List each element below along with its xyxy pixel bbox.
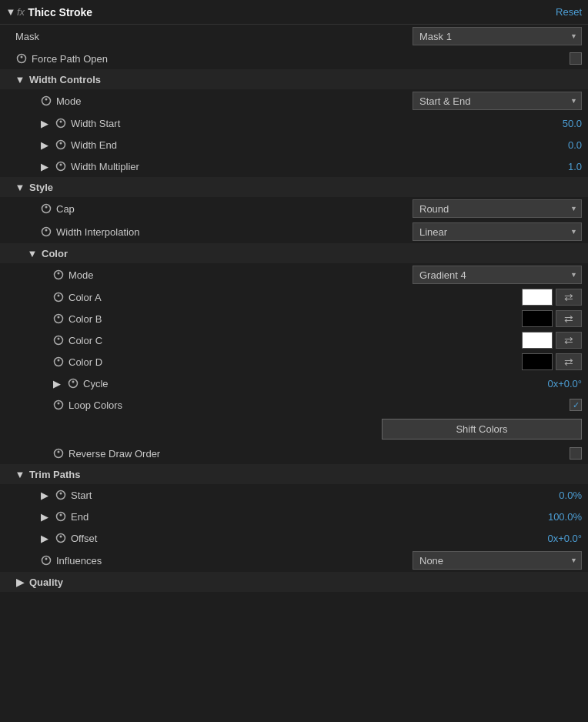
color-chevron[interactable]: ▼ [28,249,37,258]
trim-start-chevron[interactable]: ▶ [40,490,49,500]
loop-colors-icon [52,399,65,411]
mask-label: Mask [15,31,39,42]
color-b-icon [52,313,65,325]
reset-button[interactable]: Reset [556,6,582,18]
width-interp-icon [40,226,52,238]
color-d-link-btn[interactable]: ⇄ [556,353,582,370]
svg-point-36 [42,557,51,565]
loop-colors-checkbox[interactable] [570,399,582,411]
width-start-value[interactable]: 50.0 [563,118,582,129]
cap-icon [40,202,52,215]
force-path-open-icon [15,52,28,65]
trim-paths-section: ▼ Trim Paths [0,464,588,484]
color-b-row: Color B ⇄ [0,308,588,329]
trim-influences-row: Influences None [0,549,588,572]
trim-influences-label: Influences [56,555,102,567]
color-d-swatch[interactable] [522,353,553,370]
shift-colors-row: Shift Colors [0,416,588,443]
width-end-row: ▶ Width End 0.0 [0,134,588,155]
trim-paths-label: Trim Paths [29,469,80,480]
width-interpolation-label: Width Interpolation [56,226,139,238]
width-multiplier-value[interactable]: 1.0 [568,161,582,172]
svg-point-27 [58,403,60,405]
width-end-label: Width End [71,139,117,151]
width-multiplier-row: ▶ Width Multiplier 1.0 [0,155,588,177]
quality-chevron[interactable]: ▶ [15,577,25,587]
trim-paths-chevron[interactable]: ▼ [15,470,25,479]
svg-point-20 [55,336,63,345]
svg-point-8 [57,162,65,171]
trim-start-value[interactable]: 0.0% [559,490,582,501]
color-d-link-icon: ⇄ [564,356,573,368]
width-mode-dropdown-wrapper[interactable]: Start & End [413,92,582,110]
cap-dropdown[interactable]: Round [413,199,582,218]
effects-panel: ▼ fx Thicc Stroke Reset Mask Mask 1 [0,0,588,592]
color-d-label: Color D [68,356,102,368]
svg-point-13 [45,229,48,232]
svg-point-19 [58,316,60,319]
width-mode-dropdown[interactable]: Start & End [413,92,582,110]
width-multiplier-label: Width Multiplier [71,161,139,172]
svg-point-9 [60,164,62,166]
mask-dropdown[interactable]: Mask 1 [413,27,582,45]
cap-dropdown-wrapper[interactable]: Round [413,199,582,218]
cycle-chevron[interactable]: ▶ [52,379,62,388]
quality-label: Quality [29,577,63,588]
color-b-link-btn[interactable]: ⇄ [556,310,582,327]
trim-offset-label: Offset [71,533,97,544]
color-mode-dropdown[interactable]: Gradient 4 [413,266,582,284]
color-c-link-icon: ⇄ [564,334,573,346]
svg-point-32 [57,513,65,521]
influences-dropdown[interactable]: None [413,551,582,570]
color-mode-label: Mode [68,269,94,281]
color-b-swatch[interactable] [522,310,553,327]
width-end-chevron[interactable]: ▶ [40,140,49,149]
color-a-link-btn[interactable]: ⇄ [556,289,582,306]
force-path-open-checkbox[interactable] [570,52,582,65]
width-multiplier-chevron[interactable]: ▶ [40,162,49,171]
width-interp-dropdown-wrapper[interactable]: Linear [413,222,582,241]
color-c-swatches: ⇄ [522,332,582,349]
reverse-draw-order-checkbox[interactable] [570,447,582,460]
fx-collapse-chevron[interactable]: ▼ [6,8,15,17]
color-c-swatch[interactable] [522,332,553,349]
color-a-label: Color A [68,292,102,303]
color-c-link-btn[interactable]: ⇄ [556,332,582,349]
color-a-icon [52,291,65,303]
effect-title: Thicc Stroke [28,6,92,18]
style-section: ▼ Style [0,177,588,197]
influences-dropdown-wrapper[interactable]: None [413,551,582,570]
mask-dropdown-wrapper[interactable]: Mask 1 [413,27,582,45]
trim-offset-chevron[interactable]: ▶ [40,533,49,543]
color-a-swatches: ⇄ [522,289,582,306]
color-a-swatch[interactable] [522,289,553,306]
color-mode-dropdown-wrapper[interactable]: Gradient 4 [413,266,582,284]
trim-end-chevron[interactable]: ▶ [40,512,49,521]
color-d-swatches: ⇄ [522,353,582,370]
loop-colors-row: Loop Colors [0,394,588,416]
svg-point-26 [55,401,63,409]
trim-influences-icon [40,554,52,567]
style-chevron[interactable]: ▼ [15,182,25,192]
trim-end-label: End [71,511,89,523]
trim-offset-row: ▶ Offset 0x+0.0° [0,527,588,549]
svg-point-34 [57,534,65,543]
trim-end-icon [55,510,67,523]
shift-colors-button[interactable]: Shift Colors [382,419,582,440]
cap-label: Cap [56,203,75,215]
cap-row: Cap Round [0,197,588,220]
width-interpolation-dropdown[interactable]: Linear [413,222,582,241]
svg-point-0 [18,55,26,63]
width-controls-chevron[interactable]: ▼ [15,75,25,84]
width-end-icon [55,139,67,151]
cycle-value[interactable]: 0x+0.0° [547,378,582,389]
svg-point-3 [45,99,48,101]
svg-point-28 [55,450,63,458]
trim-offset-value[interactable]: 0x+0.0° [547,533,582,544]
svg-point-1 [21,56,23,58]
trim-end-value[interactable]: 100.0% [548,511,582,523]
width-start-chevron[interactable]: ▶ [40,119,49,128]
width-start-label: Width Start [71,118,120,129]
width-end-value[interactable]: 0.0 [568,139,582,151]
svg-point-31 [60,493,62,495]
